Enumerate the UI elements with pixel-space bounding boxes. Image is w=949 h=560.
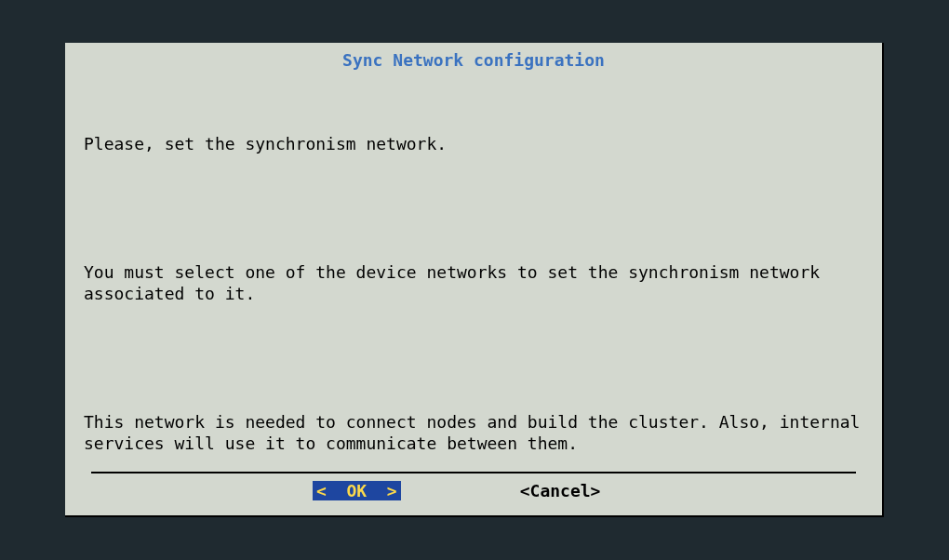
body-blank-1 — [84, 197, 863, 219]
ok-button[interactable]: < OK > — [313, 481, 401, 500]
body-line-2: You must select one of the device networ… — [84, 261, 863, 304]
dialog-box: Sync Network configuration Please, set t… — [65, 43, 884, 517]
body-line-1: Please, set the synchronism network. — [84, 133, 863, 154]
dialog-title: Sync Network configuration — [84, 50, 863, 70]
body-blank-2 — [84, 347, 863, 368]
button-bar: < OK > <Cancel> — [91, 472, 856, 500]
cancel-button[interactable]: <Cancel> — [520, 481, 601, 500]
body-line-3: This network is needed to connect nodes … — [84, 411, 863, 454]
